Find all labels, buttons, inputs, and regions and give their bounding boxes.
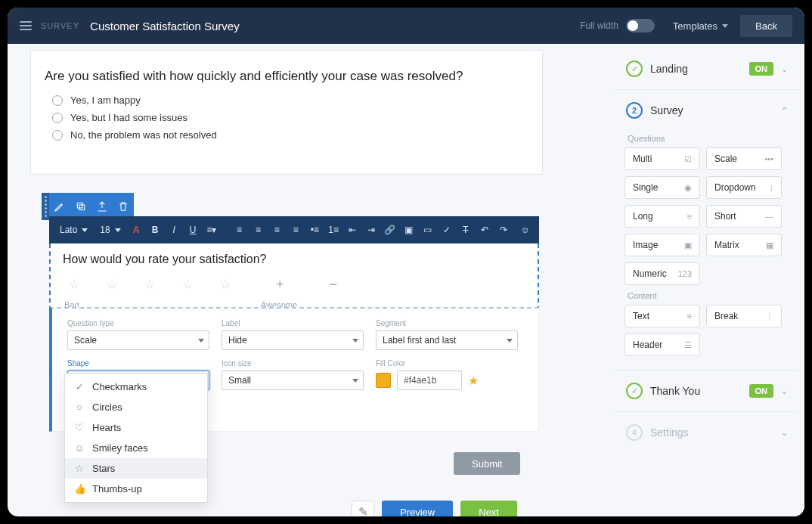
grid-icon: ▦: [766, 240, 773, 250]
undo-icon[interactable]: ↶: [476, 221, 492, 239]
icon-size-select[interactable]: Small: [222, 371, 364, 390]
drag-handle-icon[interactable]: [42, 193, 49, 220]
step-landing[interactable]: ✓ Landing ON ⌄: [623, 54, 791, 83]
check-icon[interactable]: ✓: [439, 221, 454, 239]
preview-button[interactable]: Preview: [382, 501, 453, 516]
upload-icon[interactable]: [91, 195, 113, 218]
bullet-list-icon[interactable]: •≡: [307, 221, 323, 239]
status-badge: ON: [749, 62, 774, 76]
star-icon[interactable]: ☆: [182, 278, 193, 292]
add-star-icon[interactable]: +: [276, 277, 284, 293]
brush-icon[interactable]: ✎: [352, 501, 374, 516]
qtype-long[interactable]: Long≡: [624, 205, 700, 228]
content-break[interactable]: Break⋮: [706, 305, 782, 327]
indent-icon[interactable]: ⇥: [364, 221, 380, 239]
segment-select[interactable]: Label first and last: [376, 330, 518, 350]
qtype-numeric[interactable]: Numeric123: [624, 262, 700, 285]
radio-option[interactable]: No, the problem was not resolved: [45, 126, 528, 144]
question-type-label: Question type: [67, 319, 209, 327]
color-hex-input[interactable]: #f4ae1b: [397, 371, 462, 390]
edit-icon[interactable]: [49, 195, 70, 218]
underline-icon[interactable]: U: [185, 221, 201, 239]
align-center-icon[interactable]: ≡: [250, 221, 266, 239]
align-right-icon[interactable]: ≡: [269, 221, 285, 239]
question-type-select[interactable]: Scale: [67, 330, 209, 350]
radio-icon: [52, 113, 63, 123]
shape-option-checkmarks[interactable]: ✓Checkmarks: [65, 377, 207, 397]
shape-option-stars[interactable]: ☆Stars: [65, 458, 207, 479]
qtype-matrix[interactable]: Matrix▦: [706, 234, 782, 256]
qtype-image[interactable]: Image▣: [624, 234, 700, 256]
chevron-down-icon: ⌄: [781, 386, 788, 396]
trash-icon[interactable]: [113, 195, 134, 218]
image-icon[interactable]: ▣: [401, 221, 417, 239]
break-icon: ⋮: [765, 312, 773, 321]
content-text[interactable]: Text≡: [624, 305, 700, 327]
step-settings[interactable]: 4 Settings ⌄: [623, 418, 791, 447]
emoji-icon[interactable]: ☺: [517, 221, 533, 239]
header-icon: ☰: [684, 340, 692, 350]
qtype-short[interactable]: Short—: [706, 205, 782, 228]
radio-option[interactable]: Yes, but I had some issues: [45, 109, 528, 126]
video-icon[interactable]: ▭: [420, 221, 435, 239]
align-justify-icon[interactable]: ≡: [288, 221, 304, 239]
chevron-down-icon: ⌄: [781, 428, 788, 438]
star-icon[interactable]: ☆: [69, 278, 79, 292]
redo-icon[interactable]: ↷: [495, 221, 511, 239]
qtype-single[interactable]: Single◉: [624, 176, 700, 199]
arrow-down-icon: ↓: [770, 183, 774, 192]
icon-size-label: Icon size: [222, 359, 364, 367]
step-survey[interactable]: 2 Survey ⌃: [623, 96, 791, 125]
question-text[interactable]: How would you rate your satisfaction?: [63, 253, 525, 266]
menu-icon[interactable]: [20, 21, 32, 30]
label-field-label: Label: [222, 319, 364, 327]
color-swatch[interactable]: [376, 373, 391, 388]
check-icon: ✓: [626, 383, 643, 399]
fill-color-label: Fill Color: [376, 359, 518, 367]
radio-option[interactable]: Yes, I am happy: [45, 91, 528, 109]
chevron-down-icon: [722, 24, 728, 28]
question-title: Are you satisfied with how quickly and e…: [45, 69, 528, 84]
star-icon[interactable]: ☆: [107, 278, 117, 292]
shape-option-thumbs[interactable]: 👍Thumbs-up: [65, 479, 207, 499]
text-color-icon[interactable]: A: [129, 221, 144, 239]
shape-option-smiley[interactable]: ☺Smiley faces: [65, 438, 207, 458]
star-icon[interactable]: ☆: [144, 278, 155, 292]
submit-button[interactable]: Submit: [454, 452, 520, 475]
step-number-icon: 4: [626, 424, 643, 441]
qtype-dropdown[interactable]: Dropdown↓: [706, 176, 782, 199]
lines-icon: ≡: [687, 212, 692, 221]
shape-label: Shape: [67, 359, 209, 367]
segment-label: Segment: [376, 319, 518, 327]
font-select[interactable]: Lato: [55, 225, 92, 235]
breadcrumb: SURVEY: [41, 21, 79, 30]
align-left-icon[interactable]: ≡: [231, 221, 247, 239]
survey-canvas: Are you satisfied with how quickly and e…: [30, 50, 543, 175]
chevron-down-icon: ⌄: [781, 64, 788, 74]
shape-option-circles[interactable]: ○Circles: [65, 397, 207, 417]
shape-option-hearts[interactable]: ♡Hearts: [65, 417, 207, 438]
number-list-icon[interactable]: 1≡: [326, 221, 342, 239]
next-button[interactable]: Next: [460, 501, 517, 516]
back-button[interactable]: Back: [740, 15, 792, 37]
qtype-scale[interactable]: Scale•••: [706, 147, 782, 170]
content-header[interactable]: Header☰: [624, 333, 700, 356]
list-format-icon[interactable]: ≡▾: [203, 221, 219, 239]
star-icon[interactable]: ☆: [220, 278, 231, 292]
italic-icon[interactable]: I: [166, 221, 182, 239]
bold-icon[interactable]: B: [147, 221, 163, 239]
templates-dropdown[interactable]: Templates: [673, 20, 728, 32]
link-icon[interactable]: 🔗: [383, 221, 398, 239]
radio-icon: [52, 95, 63, 106]
label-select[interactable]: Hide: [222, 330, 364, 350]
duplicate-icon[interactable]: [70, 195, 91, 218]
full-width-toggle[interactable]: [626, 19, 655, 33]
svg-rect-0: [77, 203, 82, 208]
fontsize-select[interactable]: 18: [95, 225, 125, 235]
clear-format-icon[interactable]: T: [457, 221, 473, 239]
qtype-multi[interactable]: Multi☑: [624, 147, 700, 170]
chevron-up-icon: ⌃: [781, 106, 788, 116]
remove-star-icon[interactable]: −: [330, 277, 338, 293]
step-thankyou[interactable]: ✓ Thank You ON ⌄: [623, 377, 791, 405]
outdent-icon[interactable]: ⇤: [345, 221, 361, 239]
